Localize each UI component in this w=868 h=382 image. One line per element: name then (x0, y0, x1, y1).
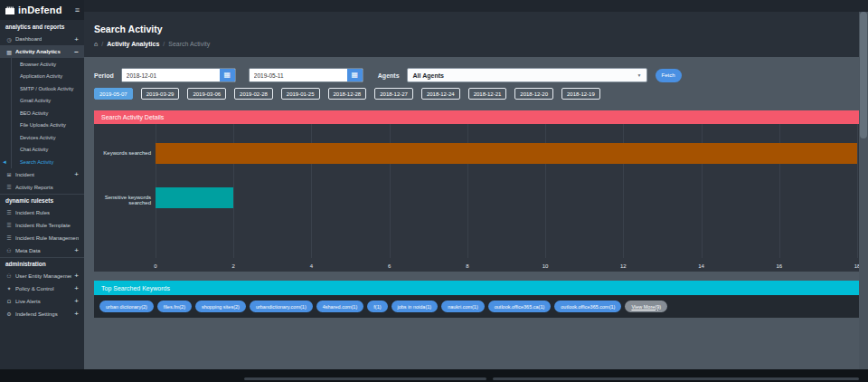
axis-tick: 8 (466, 263, 468, 269)
sidebar-item-incident-rules[interactable]: ☰ Incident Rules (0, 206, 84, 219)
sidebar-subitem-smtp-outlook-activity[interactable]: SMTP / Outlook Activity (12, 82, 84, 95)
keyword-pill[interactable]: 4shared.com(1) (316, 301, 364, 312)
template-icon: ☰ (5, 222, 13, 228)
keyword-pill[interactable]: shopping sites(2) (195, 301, 246, 312)
date-chip[interactable]: 2018-12-27 (374, 88, 413, 100)
bottom-bar (0, 369, 868, 382)
date-to-input[interactable] (250, 69, 347, 81)
sidebar-item-incident-rule-management[interactable]: ☰ Incident Rule Management (0, 232, 84, 244)
sidebar-subitem-file-uploads-activity[interactable]: File Uploads Activity (12, 119, 84, 132)
home-icon[interactable]: ⌂ (94, 41, 98, 47)
date-chip[interactable]: 2018-12-28 (328, 88, 367, 100)
axis-tick: 10 (542, 263, 549, 269)
date-chip[interactable]: 2019-03-06 (187, 88, 226, 100)
sidebar-item-incident[interactable]: ⊞ Incident + (0, 168, 84, 181)
keyword-pill[interactable]: urbandictionary.com(1) (250, 301, 313, 312)
details-panel-header: Search Activity Details (94, 110, 859, 124)
sidebar-subitem-application-activity[interactable]: Application Activity (12, 71, 84, 83)
sidebar-subitem-browser-activity[interactable]: Browser Activity (12, 58, 84, 71)
vertical-scrollbar-thumb[interactable] (860, 12, 867, 138)
keyword-pill[interactable]: jobs in noida(1) (392, 301, 439, 312)
expand-icon: + (74, 297, 79, 305)
date-to-group: ▦ (249, 68, 363, 82)
castle-logo-icon (5, 5, 15, 15)
sidebar-subitem-gmail-activity[interactable]: Gmail Activity (12, 95, 84, 108)
category-label: Keywords searched (94, 150, 151, 156)
date-chip[interactable]: 2018-12-24 (421, 88, 460, 100)
management-icon: ☰ (5, 234, 13, 241)
top-navbar (0, 0, 868, 12)
sidebar-subitem-search-activity[interactable]: ◄ Search Activity (12, 156, 84, 168)
sidebar-item-live-alerts[interactable]: Ω Live Alerts + (0, 295, 84, 308)
calendar-icon[interactable]: ▦ (220, 69, 235, 81)
section-dynamic-rulesets: dynamic rulesets (0, 194, 84, 206)
sidebar-item-indefend-settings[interactable]: ⚙ Indefend Settings + (0, 308, 84, 320)
dashboard-icon: ◷ (5, 36, 13, 43)
sidebar-item-meta-data[interactable]: ⚇ Meta Data + (0, 244, 84, 257)
axis-tick: 4 (310, 263, 313, 269)
axis-tick: 6 (388, 263, 391, 269)
logo-bar: inDefend ≡ (0, 0, 84, 20)
date-chip[interactable]: 2018-12-20 (514, 88, 553, 100)
keyword-pill[interactable]: outlook.office365.com(1) (554, 301, 621, 312)
sidebar-item-user-entity-management[interactable]: ⚇ User Entity Management + (0, 270, 84, 282)
sidebar-item-activity-analytics[interactable]: ▥ Activity Analytics − (0, 45, 84, 58)
date-chip[interactable]: 2019-02-28 (234, 88, 273, 100)
search-activity-chart: Keywords searched Sensitive keywords sea… (94, 124, 859, 272)
breadcrumb-activity-analytics[interactable]: Activity Analytics (107, 41, 159, 47)
date-from-input[interactable] (122, 69, 220, 81)
app-logo-text: inDefend (18, 5, 62, 15)
metadata-icon: ⚇ (5, 247, 13, 253)
incident-icon: ⊞ (5, 171, 13, 177)
keyword-pill[interactable]: naukri.com(1) (441, 301, 485, 312)
keyword-pill[interactable]: files.fm(2) (157, 301, 192, 312)
sidebar-item-dashboard[interactable]: ◷ Dashboard + (0, 33, 84, 45)
app-window: inDefend ≡ analytics and reports ◷ Dashb… (0, 0, 868, 382)
sidebar-subitem-beo-activity[interactable]: BEO Activity (12, 107, 84, 119)
fetch-button[interactable]: Fetch (656, 69, 682, 82)
sidebar-item-activity-reports[interactable]: ☰ Activity Reports (0, 181, 84, 194)
sensitive-keywords-searched-bar (156, 187, 233, 208)
expand-icon: + (74, 284, 79, 292)
expand-icon: + (74, 246, 79, 254)
analytics-icon: ▥ (5, 49, 13, 55)
date-chip[interactable]: 2018-12-19 (561, 88, 600, 100)
axis-tick: 16 (776, 263, 782, 269)
sidebar: inDefend ≡ analytics and reports ◷ Dashb… (0, 0, 84, 369)
agents-select[interactable]: All Agents ▼ (407, 68, 647, 82)
horizontal-scrollbar-thumb[interactable] (493, 377, 859, 380)
keyword-pill[interactable]: outlook.office365.ca(1) (488, 301, 552, 312)
rules-icon: ☰ (5, 209, 13, 215)
filter-bar: Period ▦ ▦ Agents All Agents ▼ Fetch (94, 68, 852, 82)
axis-tick: 14 (698, 263, 704, 269)
bell-icon: Ω (5, 299, 13, 304)
date-chip[interactable]: 2018-12-21 (468, 88, 507, 100)
activity-analytics-submenu: Browser Activity Application Activity SM… (11, 58, 84, 168)
vertical-scrollbar[interactable] (859, 12, 868, 369)
user-icon: ⚇ (5, 272, 13, 279)
active-pointer-icon: ◄ (2, 159, 7, 165)
keyword-pill[interactable]: f(1) (367, 301, 387, 312)
calendar-icon[interactable]: ▦ (347, 69, 363, 81)
date-chip[interactable]: 2019-05-07 (94, 88, 133, 100)
menu-toggle-icon[interactable]: ≡ (75, 5, 80, 14)
policy-icon: ✦ (5, 285, 13, 291)
category-label: Sensitive keywords searched (94, 195, 151, 205)
expand-icon: + (74, 35, 79, 43)
date-chip[interactable]: 2019-03-29 (141, 88, 180, 100)
expand-icon: + (74, 272, 79, 280)
chevron-down-icon: ▼ (637, 72, 642, 78)
keyword-pill[interactable]: urban dictionary(2) (99, 301, 154, 312)
date-chip[interactable]: 2019-01-25 (281, 88, 320, 100)
sidebar-subitem-devices-activity[interactable]: Devices Activity (12, 131, 84, 144)
view-more-link[interactable]: View More(9) (625, 301, 667, 312)
expand-icon: + (74, 170, 79, 178)
sidebar-subitem-chat-activity[interactable]: Chat Activity (12, 144, 84, 157)
agents-label: Agents (378, 72, 400, 79)
sidebar-item-incident-rule-template[interactable]: ☰ Incident Rule Template (0, 219, 84, 232)
axis-tick: 2 (232, 263, 235, 269)
keyword-pill-row: urban dictionary(2) files.fm(2) shopping… (94, 295, 859, 318)
horizontal-scrollbar-thumb[interactable] (244, 377, 486, 380)
sidebar-item-policy-control[interactable]: ✦ Policy & Control + (0, 282, 84, 295)
sidebar-nav: analytics and reports ◷ Dashboard + ▥ Ac… (0, 20, 84, 320)
